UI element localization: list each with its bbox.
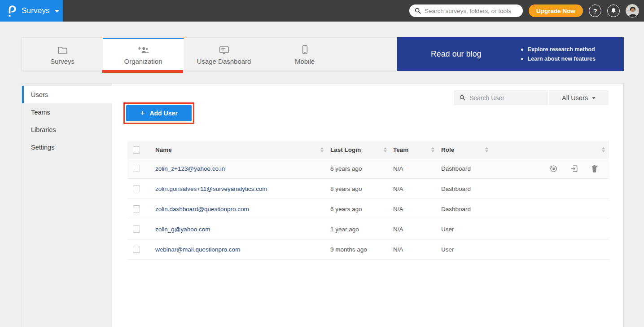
last-login-value: 6 years ago (330, 165, 362, 172)
last-login-value: 9 months ago (330, 246, 367, 253)
chevron-down-icon (55, 10, 59, 13)
table-row: zolin.dashboard@questionpro.com 6 years … (127, 199, 609, 219)
sidebar-item-users[interactable]: Users (22, 86, 112, 103)
column-header-last-login: Last Login (330, 146, 361, 153)
global-search[interactable] (409, 4, 523, 17)
top-bar-actions: Upgrade Now ? (409, 0, 639, 22)
row-checkbox[interactable] (133, 185, 140, 192)
sidebar-item-libraries[interactable]: Libraries (22, 121, 112, 138)
search-user-box[interactable] (454, 90, 548, 105)
users-table: Name Last Login Team Role (127, 141, 609, 260)
user-email-link[interactable]: zolin.dashboard@questionpro.com (155, 206, 249, 212)
column-header-name: Name (155, 146, 172, 153)
tab-label: Organization (124, 57, 162, 65)
brand-product-label: Surveys (22, 6, 50, 15)
team-value: N/A (393, 186, 403, 192)
organization-sidebar: Users Teams Libraries Settings (22, 84, 112, 327)
role-value: User (441, 246, 454, 253)
user-list-controls: All Users (454, 90, 609, 105)
module-tab-strip: Surveys Organization (22, 37, 624, 71)
dashboard-icon (219, 44, 229, 54)
blog-banner-bullets: Explore research method Learn about new … (521, 46, 596, 62)
blog-bullet-item: Learn about new features (521, 56, 596, 62)
tab-organization[interactable]: Organization (103, 38, 184, 71)
tab-label: Surveys (50, 57, 74, 65)
users-table-header: Name Last Login Team Role (127, 141, 609, 159)
last-login-value: 1 year ago (330, 226, 359, 233)
search-user-input[interactable] (469, 94, 551, 102)
table-row: zolin_g@yahoo.com 1 year ago N/A User (127, 219, 609, 239)
blog-bullet-item: Explore research method (521, 46, 596, 53)
sort-icon[interactable] (320, 147, 324, 153)
users-content: All Users + Add User Name Last Login (112, 84, 623, 327)
tab-mobile[interactable]: Mobile (264, 38, 345, 71)
delete-user-icon[interactable] (591, 164, 598, 173)
user-email-link[interactable]: zolin_g@yahoo.com (155, 226, 210, 233)
reset-password-icon[interactable] (549, 164, 558, 173)
user-filter-dropdown[interactable]: All Users (549, 90, 609, 105)
row-checkbox[interactable] (133, 205, 140, 212)
select-all-checkbox[interactable] (133, 146, 140, 154)
tab-usage-dashboard[interactable]: Usage Dashboard (184, 38, 264, 71)
tab-label: Usage Dashboard (197, 57, 251, 65)
mobile-phone-icon (302, 44, 308, 54)
sort-icon[interactable] (485, 147, 489, 153)
table-row: webinar@mail.questionpro.com 9 months ag… (127, 239, 609, 260)
search-icon (415, 8, 421, 14)
questionpro-logo-icon (7, 5, 17, 17)
table-row: zolin.gonsalves+11@surveyanalytics.com 8… (127, 179, 609, 199)
column-header-role: Role (441, 146, 454, 153)
role-value: Dashboard (441, 186, 471, 192)
team-value: N/A (393, 165, 403, 172)
question-mark-icon: ? (593, 7, 597, 15)
row-checkbox[interactable] (133, 246, 140, 253)
role-value: Dashboard (441, 206, 471, 212)
help-button[interactable]: ? (589, 4, 601, 17)
annotation-highlight-underline (102, 70, 183, 73)
table-row: zolin_z+123@yahoo.co.in 6 years ago N/A … (127, 159, 609, 179)
user-filter-value: All Users (562, 94, 588, 102)
tab-surveys[interactable]: Surveys (22, 38, 103, 71)
user-email-link[interactable]: zolin.gonsalves+11@surveyanalytics.com (155, 186, 267, 192)
user-email-link[interactable]: webinar@mail.questionpro.com (155, 246, 240, 253)
read-our-blog-banner[interactable]: Read our blog Explore research method Le… (397, 37, 624, 71)
add-user-button[interactable]: + Add User (126, 105, 192, 121)
team-value: N/A (393, 246, 403, 253)
user-avatar[interactable] (626, 4, 639, 18)
user-email-link[interactable]: zolin_z+123@yahoo.co.in (155, 165, 225, 172)
global-search-input[interactable] (425, 8, 517, 14)
upgrade-now-button[interactable]: Upgrade Now (529, 4, 583, 17)
plus-icon: + (140, 109, 145, 117)
tab-label: Mobile (295, 57, 315, 65)
last-login-value: 8 years ago (330, 186, 362, 192)
top-bar: Surveys Upgrade Now ? (0, 0, 644, 22)
last-login-value: 6 years ago (330, 206, 362, 212)
role-value: User (441, 226, 454, 233)
login-as-user-icon[interactable] (570, 164, 578, 173)
row-checkbox[interactable] (133, 225, 140, 233)
search-icon (460, 95, 465, 101)
annotation-highlight-box: + Add User (123, 102, 194, 124)
sidebar-item-teams[interactable]: Teams (22, 103, 112, 121)
person-add-icon (137, 44, 149, 54)
column-header-team: Team (393, 146, 408, 153)
team-value: N/A (393, 226, 403, 233)
folder-icon (57, 44, 68, 54)
row-checkbox[interactable] (133, 165, 140, 172)
organization-panel: Users Teams Libraries Settings All Users… (22, 83, 624, 327)
blog-banner-title: Read our blog (431, 49, 482, 59)
sort-icon[interactable] (383, 147, 387, 153)
chevron-down-icon (592, 97, 596, 99)
notifications-button[interactable] (607, 4, 620, 17)
sidebar-item-settings[interactable]: Settings (22, 138, 112, 156)
sort-icon[interactable] (601, 147, 605, 153)
role-value: Dashboard (441, 165, 471, 172)
product-switcher[interactable]: Surveys (0, 0, 63, 22)
sort-icon[interactable] (431, 147, 435, 153)
bell-icon (610, 8, 617, 14)
bullet-dot-icon (521, 58, 523, 60)
team-value: N/A (393, 206, 403, 212)
bullet-dot-icon (521, 49, 523, 51)
